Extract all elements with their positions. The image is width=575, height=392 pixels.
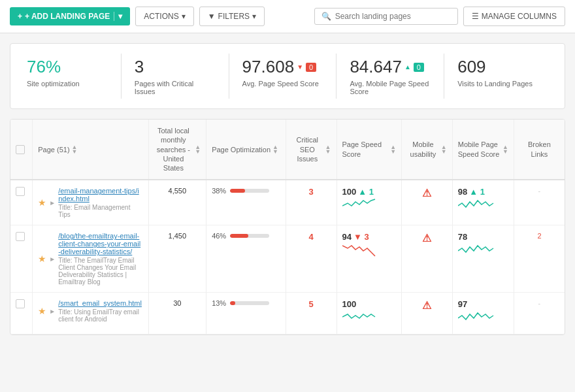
site-optimization-label: Site optimization <box>27 80 108 88</box>
select-all-checkbox[interactable] <box>16 145 25 154</box>
th-speed: Page Speed Score ▲▼ <box>337 120 402 180</box>
searches-cell: 4,550 <box>148 180 206 225</box>
broken-dash: - <box>538 299 541 307</box>
speed-score-cell: 100 ▲ 1 <box>337 180 402 225</box>
progress-fill <box>230 189 245 193</box>
mobile-usability-cell: ⚠ <box>402 225 453 293</box>
mobile-usability-cell: ⚠ <box>402 293 453 335</box>
mobile-speed-sparkline <box>458 242 508 260</box>
speed-score-num: 100 <box>342 299 397 309</box>
progress-wrap: 38% <box>212 187 280 195</box>
page-url-link[interactable]: /email-management-tips/index.html <box>58 187 139 203</box>
visits-value: 609 <box>457 57 538 77</box>
avg-mobile-badge: 0 <box>414 63 424 72</box>
speed-trend-up-icon: ▲ 1 <box>358 187 374 197</box>
optimization-pct: 46% <box>212 232 226 240</box>
sort-icon-speed: ▲▼ <box>390 145 396 154</box>
row-checkbox[interactable] <box>16 299 25 308</box>
sort-icon-seo: ▲▼ <box>325 145 331 154</box>
stat-critical-issues: 3 Pages with Critical Issues <box>122 54 229 99</box>
progress-wrap: 46% <box>212 232 280 240</box>
add-dropdown-arrow[interactable]: ▾ <box>114 12 122 21</box>
actions-button[interactable]: ACTIONS ▾ <box>135 7 193 26</box>
manage-columns-button[interactable]: ☰ MANAGE COLUMNS <box>463 7 565 26</box>
mobile-speed-sparkline <box>458 309 508 327</box>
seo-issue-count: 5 <box>309 299 314 309</box>
sort-seo[interactable]: Critical SEO Issues ▲▼ <box>291 135 331 163</box>
speed-score-cell: 100 <box>337 293 402 335</box>
sort-speed[interactable]: Page Speed Score ▲▼ <box>342 140 397 159</box>
filters-dropdown-icon: ▾ <box>252 12 256 21</box>
critical-issues-label: Pages with Critical Issues <box>135 80 216 95</box>
table-body: ★ ► /email-management-tips/index.html Ti… <box>10 180 565 335</box>
toolbar: + + ADD LANDING PAGE ▾ ACTIONS ▾ ▼ FILTE… <box>0 0 575 33</box>
mobile-speed-cell: 98 ▲ 1 <box>452 180 514 225</box>
landing-pages-table: Page (51) ▲▼ Total local monthly searche… <box>10 119 565 335</box>
broken-count: 2 <box>537 232 541 240</box>
mobile-speed-score-num: 97 <box>458 299 508 309</box>
progress-fill <box>230 301 235 305</box>
page-cell: ★ ► /email-management-tips/index.html Ti… <box>38 187 142 218</box>
mobile-speed-score-num: 98 ▲ 1 <box>458 187 508 197</box>
progress-bar <box>230 234 269 238</box>
mobile-speed-score-num: 78 <box>458 232 508 242</box>
table-row: ★ ► /blog/the-emailtray-email-client-cha… <box>10 225 565 293</box>
add-landing-page-button[interactable]: + + ADD LANDING PAGE ▾ <box>10 7 130 25</box>
sort-icon-optimization: ▲▼ <box>272 145 278 154</box>
star-icon[interactable]: ★ <box>38 197 46 208</box>
speed-sparkline <box>342 242 397 260</box>
avg-mobile-label: Avg. Mobile Page Speed Score <box>350 80 431 95</box>
seo-issue-count: 3 <box>309 187 314 197</box>
th-optimization: Page Optimization ▲▼ <box>206 120 286 180</box>
stat-avg-mobile: 84.647 ▲ 0 Avg. Mobile Page Speed Score <box>337 54 444 99</box>
searches-cell: 30 <box>148 293 206 335</box>
progress-bar <box>230 189 269 193</box>
progress-fill <box>230 234 248 238</box>
th-mobile-speed: Mobile Page Speed Score ▲▼ <box>452 120 514 180</box>
sort-page[interactable]: Page (51) ▲▼ <box>38 145 77 154</box>
optimization-pct: 13% <box>212 299 226 307</box>
searches-cell: 1,450 <box>148 225 206 293</box>
mobile-speed-sparkline <box>458 197 508 215</box>
alert-icon: ⚠ <box>422 188 431 199</box>
speed-trend-down-icon: ▼ 3 <box>353 232 369 242</box>
page-cell: ★ ► /blog/the-emailtray-email-client-cha… <box>38 232 142 286</box>
seo-issues-cell: 5 <box>286 293 337 335</box>
th-seo: Critical SEO Issues ▲▼ <box>286 120 337 180</box>
filters-button[interactable]: ▼ FILTERS ▾ <box>199 7 265 26</box>
table-row: ★ ► /email-management-tips/index.html Ti… <box>10 180 565 225</box>
avg-mobile-arrow: ▲ <box>404 63 411 71</box>
speed-score-num: 100 ▲ 1 <box>342 187 397 197</box>
expand-icon[interactable]: ► <box>49 199 56 206</box>
speed-score-num: 94 ▼ 3 <box>342 232 397 242</box>
plus-icon: + <box>18 12 22 21</box>
alert-icon: ⚠ <box>422 300 431 311</box>
row-checkbox[interactable] <box>16 232 25 241</box>
mobile-usability-cell: ⚠ <box>402 180 453 225</box>
star-icon[interactable]: ★ <box>38 253 46 264</box>
columns-label: MANAGE COLUMNS <box>482 12 557 21</box>
expand-icon[interactable]: ► <box>49 255 56 263</box>
sort-mobile-speed[interactable]: Mobile Page Speed Score ▲▼ <box>458 140 508 159</box>
progress-bar <box>230 301 269 305</box>
sort-optimization[interactable]: Page Optimization ▲▼ <box>212 145 278 154</box>
sort-searches[interactable]: Total local monthly searches - United St… <box>154 126 201 172</box>
table-row: ★ ► /smart_email_system.html Title: Usin… <box>10 293 565 335</box>
site-optimization-value: 76% <box>27 57 108 77</box>
speed-sparkline <box>342 309 397 327</box>
sort-icon-mobile-speed: ▲▼ <box>502 145 508 154</box>
expand-icon[interactable]: ► <box>49 308 56 315</box>
optimization-pct: 38% <box>212 187 226 195</box>
th-searches: Total local monthly searches - United St… <box>148 120 206 180</box>
row-checkbox[interactable] <box>16 187 25 196</box>
avg-speed-label: Avg. Page Speed Score <box>242 80 323 88</box>
search-input[interactable] <box>335 12 451 21</box>
page-url-link[interactable]: /blog/the-emailtray-email-client-changes… <box>58 232 140 255</box>
th-mobile-usability: Mobile usability ▲▼ <box>402 120 453 180</box>
stat-site-optimization: 76% Site optimization <box>24 54 122 99</box>
star-icon[interactable]: ★ <box>38 306 46 316</box>
search-box: 🔍 <box>314 8 458 25</box>
page-url-link[interactable]: /smart_email_system.html <box>58 299 142 307</box>
page-title: Title: Using EmailTray email client for … <box>58 308 142 323</box>
sort-mobile-usability[interactable]: Mobile usability ▲▼ <box>407 140 447 159</box>
